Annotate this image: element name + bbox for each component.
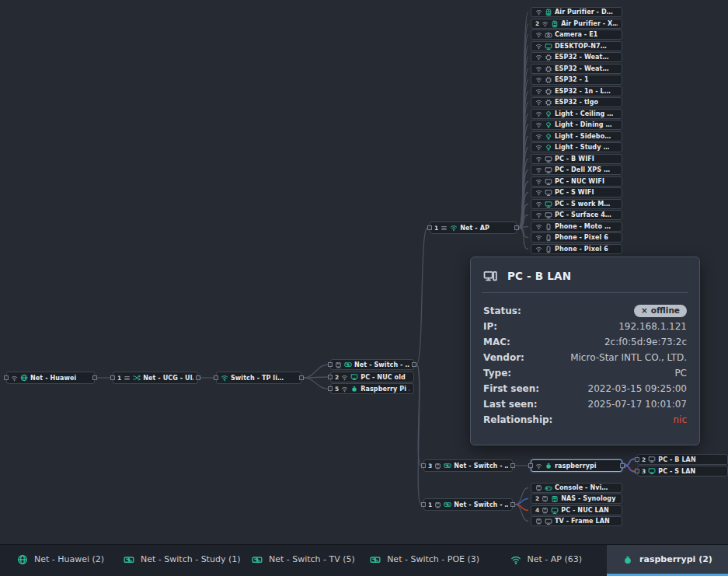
detail-row: Vendor:Micro-Star INTL CO., LTD. <box>483 350 687 365</box>
node-label: PC - NUC old <box>361 374 406 381</box>
link-count-badge: 4 <box>535 507 539 514</box>
node-net-huawei[interactable]: Net - Huawei <box>6 372 95 384</box>
node-light-sideboard[interactable]: Light - Sidebo… <box>531 131 622 141</box>
node-pc-nuc-lan[interactable]: 4PC - NUC LAN <box>531 505 622 515</box>
detail-value: PC <box>674 368 687 379</box>
node-phone-pixel-6a[interactable]: Phone - Pixel 6 <box>531 232 622 243</box>
link-count-badge: 5 <box>335 386 339 393</box>
node-switch-tp[interactable]: Switch - TP li… <box>216 372 301 384</box>
node-pc-s-lan[interactable]: 3PC - S LAN <box>637 466 728 477</box>
tab-label: raspberrypi (2) <box>639 554 712 564</box>
node-net-ucg[interactable]: 1Net - UCG - Ul… <box>113 372 198 384</box>
node-net-ap[interactable]: 1Net - AP <box>430 222 517 234</box>
node-phone-pixel-6b[interactable]: Phone - Pixel 6 <box>531 244 622 254</box>
node-air-purifier-d[interactable]: Air Purifier - D… <box>531 7 622 17</box>
node-pc-b-wifi[interactable]: PC - B WIFI <box>531 154 622 164</box>
node-raspberrypi[interactable]: raspberrypi <box>531 459 622 472</box>
node-label: Phone - Pixel 6 <box>555 246 608 253</box>
link-count-badge: 3 <box>642 468 646 475</box>
bulb-icon <box>545 121 552 129</box>
node-label: PC - NUC WIFI <box>555 178 604 185</box>
link-count-badge: 2 <box>642 456 646 463</box>
port <box>214 375 218 380</box>
node-label: Console - Nvi… <box>555 484 608 491</box>
node-pc-s-work[interactable]: PC - S work M… <box>531 199 622 209</box>
device-details-panel: PC - B LAN Status:×offlineIP:192.168.1.1… <box>470 257 700 445</box>
node-label: TV - Frame LAN <box>555 518 610 525</box>
node-label: Light - Sidebo… <box>555 133 611 140</box>
tab-net-switch-study-1[interactable]: Net - Switch - Study (1) <box>121 545 242 576</box>
panel-rows: Status:×offlineIP:192.168.1.121MAC:2c:f0… <box>471 293 699 428</box>
detail-value: Micro-Star INTL CO., LTD. <box>570 352 687 363</box>
bars-icon <box>124 375 131 382</box>
tab-net-ap-63[interactable]: Net - AP (63) <box>486 545 607 576</box>
network-map-stage: Net - Huawei1Net - UCG - Ul…Switch - TP … <box>0 0 728 576</box>
wifi-icon <box>535 211 542 218</box>
node-tv-frame-lan[interactable]: TV - Frame LAN <box>531 516 622 526</box>
chip-icon <box>545 88 552 96</box>
node-net-switch-tv[interactable]: 3Net - Switch - … <box>423 459 513 472</box>
monitor-icon <box>545 43 552 51</box>
node-nas-synology[interactable]: 2NAS - Synology <box>531 494 622 504</box>
wifi-icon <box>535 246 542 253</box>
detail-value: 2c:f0:5d:9e:73:2c <box>604 337 687 347</box>
node-label: PC - B LAN <box>658 456 696 463</box>
port <box>528 463 533 468</box>
switch-icon <box>444 501 451 508</box>
detail-label: MAC: <box>483 337 510 347</box>
tab-raspberrypi-2[interactable]: raspberrypi (2) <box>607 545 728 576</box>
node-esp32-weat-1[interactable]: ESP32 - Weat… <box>531 52 622 62</box>
node-air-purifier-x[interactable]: 2Air Purifier - X… <box>531 19 622 29</box>
port <box>514 225 519 230</box>
chip-icon <box>545 54 552 61</box>
switch-icon <box>370 554 381 565</box>
node-console-nvidia[interactable]: Console - Nvi… <box>531 483 622 493</box>
wifi-icon <box>450 224 458 232</box>
node-pc-dell-xps[interactable]: PC - Dell XPS … <box>531 165 622 175</box>
tab-net-huawei-2[interactable]: Net - Huawei (2) <box>0 545 121 576</box>
phone-icon <box>545 234 552 242</box>
ethernet-icon <box>542 507 549 514</box>
detail-value: 2022-03-15 09:25:00 <box>588 383 687 394</box>
node-pc-b-lan[interactable]: 2PC - B LAN <box>637 454 728 465</box>
wifi-icon <box>11 375 18 382</box>
node-pc-nuc-wifi[interactable]: PC - NUC WIFI <box>531 176 622 187</box>
status-text: offline <box>651 305 680 316</box>
node-raspberry-pi-old[interactable]: 5Raspberry Pi … <box>330 383 414 394</box>
node-label: ESP32 - tlgo <box>555 99 598 106</box>
node-pc-surface[interactable]: PC - Surface 4… <box>531 210 622 220</box>
ethernet-icon <box>335 361 342 368</box>
node-esp32-tlgo[interactable]: ESP32 - tlgo <box>531 97 622 107</box>
node-label: DESKTOP-N7… <box>555 43 607 50</box>
node-esp32-1n[interactable]: ESP32 - 1n - L… <box>531 86 622 96</box>
node-net-switch-poe[interactable]: 1Net - Switch - … <box>423 498 513 511</box>
node-light-study[interactable]: Light - Study … <box>531 142 622 152</box>
wifi-icon <box>542 20 549 27</box>
monitor-icon <box>545 178 552 186</box>
link-count-badge: 1 <box>434 225 438 232</box>
raspberry-icon <box>622 554 633 565</box>
panel-title: PC - B LAN <box>507 270 571 282</box>
node-label: Switch - TP li… <box>231 375 284 382</box>
node-desktop-n7[interactable]: DESKTOP-N7… <box>531 41 622 51</box>
node-phone-moto[interactable]: Phone - Moto … <box>531 222 622 232</box>
tab-net-switch-tv-5[interactable]: Net - Switch - TV (5) <box>242 545 364 576</box>
node-pc-nuc-old[interactable]: 2PC - NUC old <box>330 372 414 382</box>
tab-net-switch-poe-3[interactable]: Net - Switch - POE (3) <box>364 545 486 576</box>
node-camera-e1[interactable]: Camera - E1 <box>531 30 622 40</box>
port <box>328 386 333 391</box>
wifi-icon <box>535 9 542 16</box>
node-esp32-weat-2[interactable]: ESP32 - Weat… <box>531 64 622 74</box>
node-net-switch-study[interactable]: Net - Switch - … <box>330 359 414 370</box>
detail-row: Type:PC <box>483 365 687 381</box>
detail-label: Status: <box>483 305 521 316</box>
node-esp32-1[interactable]: ESP32 - 1 <box>531 75 622 85</box>
wifi-icon <box>535 88 542 95</box>
node-light-dining[interactable]: Light - Dining … <box>531 120 622 130</box>
detail-row: IP:192.168.1.121 <box>483 319 687 334</box>
detail-value: nic <box>673 414 687 425</box>
node-light-ceiling[interactable]: Light - Ceiling … <box>531 109 622 119</box>
node-pc-s-wifi[interactable]: PC - S WIFI <box>531 187 622 197</box>
bulb-icon <box>545 133 552 141</box>
shuffle-icon <box>133 374 141 382</box>
